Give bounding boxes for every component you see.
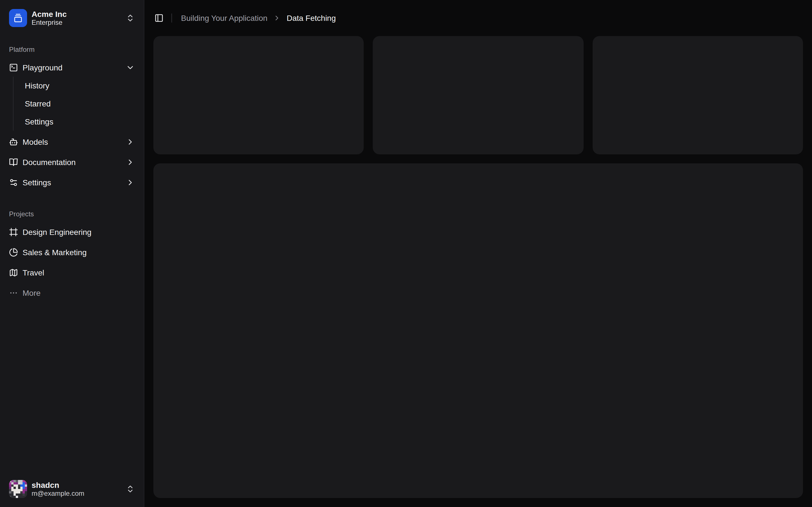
sidebar-item-settings[interactable]: Settings: [4, 173, 139, 191]
chevron-right-icon: [126, 137, 135, 147]
chevron-right-icon: [126, 158, 135, 167]
group-label-projects: Projects: [4, 205, 139, 223]
placeholder-card-3: [592, 36, 803, 154]
placeholder-card-1: [153, 36, 364, 154]
ellipsis-icon: [9, 288, 18, 297]
breadcrumb: Building Your Application Data Fetching: [181, 13, 336, 22]
app-root: Acme Inc Enterprise Platform Playground: [0, 0, 812, 507]
chevron-right-icon: [273, 14, 281, 22]
chevrons-up-down-icon: [126, 485, 135, 494]
sidebar-group-platform: Platform Playground History Starred Sett…: [0, 36, 144, 196]
team-logo: [9, 9, 27, 27]
chevron-down-icon: [126, 63, 135, 72]
sidebar-subitem-settings[interactable]: Settings: [15, 113, 139, 131]
header-separator: [171, 13, 172, 22]
user-menu-button[interactable]: shadcn m@example.com: [4, 475, 139, 503]
breadcrumb-current-page: Data Fetching: [287, 13, 336, 22]
user-email: m@example.com: [32, 490, 121, 498]
user-name: shadcn: [32, 480, 121, 489]
sidebar-group-projects: Projects Design Engineering Sales & Mark…: [0, 201, 144, 306]
sidebar-subitem-history[interactable]: History: [15, 76, 139, 95]
sidebar-content: Platform Playground History Starred Sett…: [0, 36, 144, 471]
placeholder-card-2: [373, 36, 583, 154]
map-icon: [9, 268, 18, 277]
sidebar-toggle-button[interactable]: [151, 10, 167, 26]
sidebar-item-travel[interactable]: Travel: [4, 264, 139, 282]
topbar: Building Your Application Data Fetching: [144, 0, 812, 36]
playground-submenu: History Starred Settings: [13, 76, 139, 131]
team-name: Acme Inc: [32, 9, 121, 18]
gallery-vertical-end-icon: [13, 13, 22, 22]
team-plan: Enterprise: [32, 19, 121, 27]
square-terminal-icon: [9, 63, 18, 72]
sidebar-item-sales-marketing[interactable]: Sales & Marketing: [4, 243, 139, 262]
book-open-icon: [9, 158, 18, 167]
main-area: Building Your Application Data Fetching: [144, 0, 812, 507]
sidebar-subitem-starred[interactable]: Starred: [15, 95, 139, 113]
chevron-right-icon: [126, 178, 135, 187]
sidebar-item-playground[interactable]: Playground: [4, 59, 139, 76]
team-switcher-button[interactable]: Acme Inc Enterprise: [4, 4, 139, 32]
bot-icon: [9, 137, 18, 147]
frame-icon: [9, 228, 18, 237]
sidebar-item-design-engineering[interactable]: Design Engineering: [4, 223, 139, 241]
sidebar-item-documentation[interactable]: Documentation: [4, 153, 139, 171]
pie-chart-icon: [9, 248, 18, 257]
sidebar-item-more[interactable]: More: [4, 284, 139, 302]
page-content: [144, 36, 812, 507]
chevrons-up-down-icon: [126, 13, 135, 22]
settings-icon: [9, 178, 18, 187]
panel-left-icon: [154, 13, 163, 22]
group-label-platform: Platform: [4, 41, 139, 59]
sidebar-footer: shadcn m@example.com: [0, 471, 144, 507]
sidebar-header: Acme Inc Enterprise: [0, 0, 144, 36]
avatar: [9, 480, 27, 498]
sidebar: Acme Inc Enterprise Platform Playground: [0, 0, 144, 507]
card-grid: [153, 36, 803, 154]
sidebar-item-models[interactable]: Models: [4, 133, 139, 151]
breadcrumb-parent-link[interactable]: Building Your Application: [181, 13, 267, 22]
placeholder-panel: [153, 163, 803, 498]
